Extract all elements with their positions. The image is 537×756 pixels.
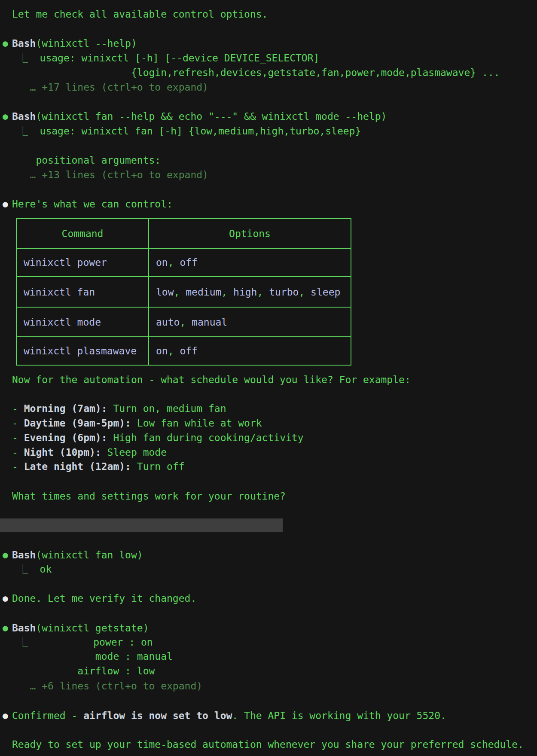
- option: manual: [192, 317, 227, 328]
- table-cell-options: on, off: [148, 336, 351, 365]
- option-separator: ,: [168, 345, 180, 357]
- output-text: {login,refresh,devices,getstate,fan,powe…: [12, 67, 500, 78]
- output-connector-icon: ⎿: [12, 125, 40, 137]
- tool-args: (winixctl fan low): [36, 549, 143, 561]
- output-connector-icon: ⎿: [12, 564, 40, 575]
- assistant-message: Now for the automation - what schedule w…: [12, 372, 411, 387]
- table-header-command: Command: [17, 219, 148, 248]
- output-connector-icon: ⎿: [12, 52, 40, 64]
- schedule-label: Evening (6pm):: [24, 432, 107, 443]
- output-text: ok: [40, 564, 52, 575]
- tool-args: (winixctl getstate): [36, 622, 149, 634]
- list-dash: -: [12, 403, 24, 414]
- tool-output-line: ⎿ power : on: [12, 635, 153, 649]
- table-cell-command: winixctl mode: [17, 307, 148, 336]
- output-text: power : on: [34, 637, 153, 648]
- table-cell-command: winixctl plasmawave: [17, 336, 148, 365]
- tool-call-bash-getstate: Bash(winixctl getstate): [12, 621, 149, 635]
- tool-output-line: ⎿ usage: winixctl fan [-h] {low,medium,h…: [12, 124, 361, 138]
- message-bullet-icon: ●: [3, 591, 8, 606]
- tool-args: (winixctl fan --help && echo "---" && wi…: [36, 111, 387, 122]
- schedule-item: - Night (10pm):Sleep mode: [12, 445, 167, 460]
- tool-output-line: ⎿ usage: winixctl [-h] [--device DEVICE_…: [12, 51, 319, 65]
- list-dash: -: [12, 418, 24, 429]
- list-dash: -: [12, 432, 24, 443]
- expand-hint[interactable]: … +6 lines (ctrl+o to expand): [12, 679, 202, 693]
- tool-output-line: ⎿ ok: [12, 562, 52, 576]
- schedule-label: Daytime (9am-5pm):: [24, 418, 131, 429]
- table-cell-command: winixctl fan: [17, 276, 148, 307]
- user-message-bar[interactable]: ❯ Nice! as a test, can you set the fan t…: [0, 518, 283, 532]
- confirmed-suffix: . The API is working with your 5520.: [232, 710, 446, 721]
- schedule-value: High fan during cooking/activity: [113, 432, 303, 443]
- tool-output-line: positional arguments:: [12, 153, 161, 168]
- tool-bullet-icon: ●: [3, 548, 8, 562]
- option: high: [233, 287, 257, 298]
- schedule-value: Turn off: [137, 461, 185, 472]
- tool-call-bash-fan-low: Bash(winixctl fan low): [12, 548, 143, 562]
- list-dash: -: [12, 447, 24, 458]
- option: off: [180, 345, 198, 357]
- option: off: [180, 257, 198, 268]
- output-text: positional arguments:: [12, 155, 161, 166]
- terminal: { "colors":{ "bg":"#151515","green":"#5c…: [0, 0, 537, 756]
- option: on: [156, 257, 168, 268]
- assistant-intro-text: Let me check all available control optio…: [12, 7, 268, 21]
- assistant-message: Ready to set up your time-based automati…: [12, 737, 524, 752]
- tool-output-line: mode : manual: [12, 649, 173, 664]
- tool-call-bash-fan-mode-help: Bash(winixctl fan --help && echo "---" &…: [12, 109, 387, 124]
- option: auto: [156, 317, 180, 328]
- tool-call-bash-help: Bash(winixctl --help): [12, 36, 137, 51]
- assistant-message: Done. Let me verify it changed.: [12, 591, 196, 606]
- assistant-message: Here's what we can control:: [12, 197, 173, 211]
- schedule-item: - Late night (12am):Turn off: [12, 459, 185, 474]
- output-connector-icon: ⎿: [12, 637, 34, 648]
- option-separator: ,: [221, 287, 233, 298]
- tool-name: Bash: [12, 622, 36, 634]
- schedule-label: Late night (12am):: [24, 461, 131, 472]
- list-dash: -: [12, 461, 24, 472]
- schedule-item: - Evening (6pm):High fan during cooking/…: [12, 430, 304, 445]
- assistant-message: Confirmed - airflow is now set to low. T…: [12, 708, 446, 723]
- schedule-label: Night (10pm):: [24, 447, 101, 458]
- option: on: [156, 345, 168, 357]
- tool-bullet-icon: ●: [3, 621, 8, 635]
- assistant-message: What times and settings work for your ro…: [12, 489, 286, 503]
- expand-hint[interactable]: … +17 lines (ctrl+o to expand): [12, 80, 208, 94]
- option: medium: [186, 287, 221, 298]
- output-text: mode : manual: [12, 651, 173, 662]
- tool-output-line: {login,refresh,devices,getstate,fan,powe…: [12, 65, 500, 80]
- output-text: usage: winixctl [-h] [--device DEVICE_SE…: [40, 52, 320, 64]
- schedule-value: Sleep mode: [107, 447, 167, 458]
- confirmed-prefix: Confirmed -: [12, 710, 83, 721]
- confirmed-strong: airflow is now set to low: [83, 710, 232, 721]
- table-cell-options: on, off: [148, 248, 351, 276]
- option: low: [156, 287, 174, 298]
- schedule-value: Turn on, medium fan: [113, 403, 226, 414]
- option: turbo: [269, 287, 299, 298]
- table-cell-command: winixctl power: [17, 248, 148, 276]
- output-text: airflow : low: [12, 665, 155, 677]
- output-text: usage: winixctl fan [-h] {low,medium,hig…: [40, 125, 361, 137]
- message-bullet-icon: ●: [3, 197, 8, 211]
- table-cell-options: low, medium, high, turbo, sleep: [148, 276, 351, 307]
- tool-name: Bash: [12, 549, 36, 561]
- tool-output-line: airflow : low: [12, 664, 155, 678]
- tool-args: (winixctl --help): [36, 38, 137, 49]
- control-table: Command Options winixctl power on, off w…: [16, 218, 351, 366]
- tool-name: Bash: [12, 111, 36, 122]
- tool-bullet-icon: ●: [3, 109, 8, 124]
- tool-name: Bash: [12, 38, 36, 49]
- table-cell-options: auto, manual: [148, 307, 351, 336]
- schedule-item: - Daytime (9am-5pm):Low fan while at wor…: [12, 416, 262, 430]
- schedule-value: Low fan while at work: [137, 418, 262, 429]
- expand-hint[interactable]: … +13 lines (ctrl+o to expand): [12, 168, 208, 182]
- option-separator: ,: [180, 317, 192, 328]
- table-header-options: Options: [148, 219, 351, 248]
- option-separator: ,: [299, 287, 311, 298]
- option-separator: ,: [168, 257, 180, 268]
- message-bullet-icon: ●: [3, 708, 8, 723]
- option-separator: ,: [257, 287, 269, 298]
- option-separator: ,: [174, 287, 186, 298]
- tool-bullet-icon: ●: [3, 36, 8, 51]
